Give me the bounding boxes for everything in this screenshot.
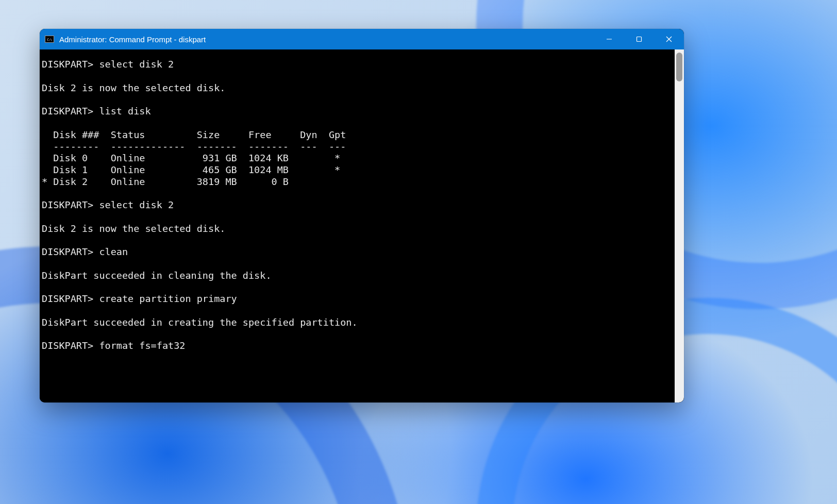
terminal-blank-line — [42, 234, 675, 246]
terminal-blank-line — [42, 258, 675, 270]
cmd-icon — [45, 36, 54, 43]
terminal-command-line: DISKPART> format fs=fat32 — [42, 340, 675, 352]
terminal-blank-line — [42, 211, 675, 223]
terminal-output-line: Disk 2 is now the selected disk. — [42, 223, 675, 235]
terminal-output-line: DiskPart succeeded in cleaning the disk. — [42, 270, 675, 282]
terminal-command-line: DISKPART> create partition primary — [42, 293, 675, 305]
terminal-command-line: DISKPART> clean — [42, 246, 675, 258]
terminal-output-line: DiskPart succeeded in creating the speci… — [42, 317, 675, 329]
terminal-command-line: DISKPART> list disk — [42, 106, 675, 117]
terminal-output-line: Disk ### Status Size Free Dyn Gpt — [42, 129, 675, 141]
window-controls — [594, 29, 684, 49]
terminal-command-line: DISKPART> select disk 2 — [42, 59, 675, 71]
close-button[interactable] — [654, 29, 684, 49]
command-prompt-window: Administrator: Command Prompt - diskpart… — [40, 29, 684, 402]
terminal-output-line: Disk 1 Online 465 GB 1024 MB * — [42, 164, 675, 176]
svg-rect-1 — [637, 37, 642, 42]
terminal-output-line: -------- ------------- ------- ------- -… — [42, 141, 675, 153]
terminal-blank-line — [42, 328, 675, 340]
terminal-blank-line — [42, 117, 675, 129]
terminal-output-line: * Disk 2 Online 3819 MB 0 B — [42, 176, 675, 188]
terminal-output[interactable]: DISKPART> select disk 2 Disk 2 is now th… — [40, 49, 675, 402]
maximize-icon — [636, 36, 642, 42]
close-icon — [666, 36, 672, 42]
maximize-button[interactable] — [624, 29, 654, 49]
terminal-blank-line — [42, 94, 675, 106]
terminal-output-line: Disk 2 is now the selected disk. — [42, 82, 675, 94]
terminal-output-line: Disk 0 Online 931 GB 1024 KB * — [42, 153, 675, 164]
terminal-blank-line — [42, 281, 675, 293]
titlebar[interactable]: Administrator: Command Prompt - diskpart — [40, 29, 684, 49]
terminal-blank-line — [42, 71, 675, 82]
terminal-command-line: DISKPART> select disk 2 — [42, 199, 675, 211]
window-title: Administrator: Command Prompt - diskpart — [59, 35, 206, 44]
terminal-blank-line — [42, 188, 675, 199]
scrollbar-thumb[interactable] — [676, 53, 682, 81]
scrollbar-track[interactable] — [675, 49, 684, 402]
minimize-button[interactable] — [594, 29, 624, 49]
minimize-icon — [606, 36, 612, 42]
terminal-blank-line — [42, 305, 675, 317]
